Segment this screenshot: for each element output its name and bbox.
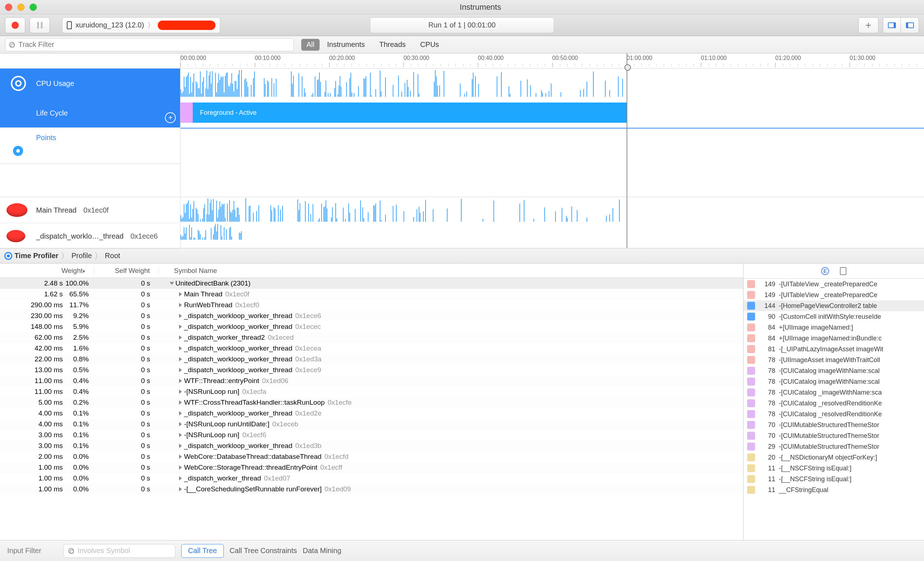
call-tree-constraints-button[interactable]: Call Tree Constraints <box>230 546 297 555</box>
disclosure-triangle-icon[interactable] <box>179 314 182 318</box>
disclosure-triangle-icon[interactable] <box>179 433 182 437</box>
call-tree-row[interactable]: 1.00 ms0.0%0 sWebCore::StorageThread::th… <box>0 462 743 473</box>
call-tree-row[interactable]: 2.00 ms0.0%0 sWebCore::DatabaseThread::d… <box>0 451 743 462</box>
call-tree-row[interactable]: 3.00 ms0.1%0 s_dispatch_workloop_worker_… <box>0 440 743 451</box>
scope-segment[interactable]: All <box>301 39 320 51</box>
track-filter-input[interactable] <box>18 40 290 49</box>
call-tree-row[interactable]: 1.00 ms0.0%0 s-[__CoreSchedulingSetRunna… <box>0 484 743 495</box>
scope-cpus[interactable]: CPUs <box>420 40 439 49</box>
call-tree-row[interactable]: 22.00 ms0.8%0 s_dispatch_workloop_worker… <box>0 354 743 364</box>
add-instrument-button[interactable]: + <box>858 17 879 33</box>
extended-detail-icon[interactable]: E <box>821 267 829 275</box>
view-mode-right[interactable] <box>901 17 919 33</box>
close-icon[interactable] <box>5 4 12 11</box>
disclosure-triangle-icon[interactable] <box>179 465 182 470</box>
disclosure-triangle-icon[interactable] <box>179 487 182 491</box>
minimize-icon[interactable] <box>17 4 24 11</box>
call-tree-row[interactable]: 3.00 ms0.1%0 s-[NSRunLoop run]0x1ecf6 <box>0 430 743 440</box>
disclosure-triangle-icon[interactable] <box>179 324 182 329</box>
heaviest-row[interactable]: 11-[__NSCFString isEqual:] <box>744 474 924 484</box>
track-cpu-usage[interactable]: CPU Usage <box>0 69 180 98</box>
disclosure-triangle-icon[interactable] <box>179 346 182 351</box>
call-tree-row[interactable]: 4.00 ms0.1%0 s_dispatch_workloop_worker_… <box>0 408 743 419</box>
call-tree-row[interactable]: 290.00 ms11.7%0 sRunWebThread0x1ecf0 <box>0 300 743 310</box>
col-weight[interactable]: Weight▾ <box>0 267 94 275</box>
call-tree-row[interactable]: 13.00 ms0.5%0 s_dispatch_workloop_worker… <box>0 364 743 375</box>
heaviest-row[interactable]: 90-[CustomCell initWithStyle:reuseIde <box>744 311 924 322</box>
pause-button[interactable] <box>30 17 50 33</box>
path-root[interactable]: Root <box>105 252 120 260</box>
col-self-weight[interactable]: Self Weight <box>94 267 159 275</box>
col-symbol[interactable]: Symbol Name <box>170 267 217 275</box>
call-tree-row[interactable]: 2.48 s100.0%0 sUnitedDirectBank (2301) <box>0 278 743 289</box>
heaviest-row[interactable]: 70-[CUIMutableStructuredThemeStor <box>744 430 924 441</box>
call-tree-row[interactable]: 1.62 s65.5%0 sMain Thread0x1ec0f <box>0 289 743 300</box>
heaviest-row[interactable]: 144-[HomePageViewController2 table <box>744 300 924 311</box>
disclosure-triangle-icon[interactable] <box>179 390 182 394</box>
disclosure-triangle-icon[interactable] <box>179 400 182 405</box>
disclosure-triangle-icon[interactable] <box>179 335 182 340</box>
scope-threads[interactable]: Threads <box>380 40 406 49</box>
call-tree-row[interactable]: 4.00 ms0.1%0 s-[NSRunLoop runUntilDate:]… <box>0 419 743 430</box>
call-tree-button[interactable]: Call Tree <box>181 544 224 558</box>
heaviest-row[interactable]: 78-[UIImageAsset imageWithTraitColl <box>744 354 924 365</box>
disclosure-triangle-icon[interactable] <box>179 357 182 362</box>
scope-instruments[interactable]: Instruments <box>327 40 364 49</box>
input-filter[interactable] <box>7 546 58 555</box>
heaviest-row[interactable]: 78-[CUICatalog _imageWithName:sca <box>744 387 924 398</box>
heaviest-row[interactable]: 84+[UIImage imageNamed:inBundle:c <box>744 333 924 344</box>
data-mining-button[interactable]: Data Mining <box>303 546 342 555</box>
record-button[interactable] <box>5 17 25 33</box>
disclosure-triangle-icon[interactable] <box>179 444 182 448</box>
call-tree-row[interactable]: 1.00 ms0.0%0 s_dispatch_worker_thread0x1… <box>0 473 743 484</box>
track-points[interactable]: Points <box>0 128 180 164</box>
add-track-icon[interactable]: + <box>165 112 176 123</box>
heaviest-row[interactable]: 149-[UITableView _createPreparedCe <box>744 279 924 290</box>
call-tree-row[interactable]: 11.00 ms0.4%0 sWTF::Thread::entryPoint0x… <box>0 375 743 386</box>
disclosure-triangle-icon[interactable] <box>179 379 182 383</box>
disclosure-triangle-icon[interactable] <box>170 282 174 285</box>
time-ruler[interactable]: 00:00.00000:10.00000:20.00000:30.00000:4… <box>180 53 924 69</box>
track-main-thread[interactable]: Main Thread 0x1ec0f <box>0 197 180 223</box>
call-tree-rows[interactable]: 2.48 s100.0%0 sUnitedDirectBank (2301)1.… <box>0 278 743 540</box>
run-status[interactable]: Run 1 of 1 | 00:01:00 <box>370 17 554 33</box>
document-icon[interactable] <box>840 267 846 275</box>
call-tree-row[interactable]: 42.00 ms1.6%0 s_dispatch_workloop_worker… <box>0 343 743 354</box>
call-tree-row[interactable]: 62.00 ms2.5%0 s_dispatch_worker_thread20… <box>0 332 743 343</box>
track-life-cycle[interactable]: Life Cycle + <box>0 98 180 128</box>
disclosure-triangle-icon[interactable] <box>179 476 182 480</box>
path-profile[interactable]: Profile <box>72 252 92 260</box>
heaviest-row[interactable]: 81-[_UIPathLazyImageAsset imageWit <box>744 344 924 354</box>
track-dispatch-thread[interactable]: _dispatch_worklo…_thread 0x1ece6 <box>0 223 180 249</box>
target-selector[interactable]: xuruidong_123 (12.0) 〉 <box>62 17 220 33</box>
involves-symbol-box[interactable]: Involves Symbol <box>63 544 176 558</box>
heaviest-row[interactable]: 20-[__NSDictionaryM objectForKey:] <box>744 452 924 463</box>
heaviest-row[interactable]: 78-[CUICatalog imageWithName:scal <box>744 376 924 387</box>
path-time-profiler[interactable]: Time Profiler <box>14 252 58 260</box>
timeline-lanes[interactable]: 00:00.00000:10.00000:20.00000:30.00000:4… <box>180 53 924 248</box>
view-mode-left[interactable] <box>883 17 901 33</box>
heaviest-row[interactable]: 11-[__NSCFString isEqual:] <box>744 463 924 474</box>
track-filter-box[interactable] <box>5 38 294 51</box>
heaviest-row[interactable]: 78-[CUICatalog _resolvedRenditionKe <box>744 398 924 409</box>
disclosure-triangle-icon[interactable] <box>179 292 182 296</box>
scope-all[interactable]: All <box>302 39 320 51</box>
disclosure-triangle-icon[interactable] <box>179 368 182 372</box>
disclosure-triangle-icon[interactable] <box>179 454 182 459</box>
call-tree-row[interactable]: 230.00 ms9.2%0 s_dispatch_workloop_worke… <box>0 310 743 321</box>
heaviest-row[interactable]: 78-[CUICatalog _resolvedRenditionKe <box>744 409 924 420</box>
call-tree-row[interactable]: 11.00 ms0.4%0 s-[NSRunLoop run]0x1ecfa <box>0 386 743 397</box>
heaviest-row[interactable]: 11__CFStringEqual <box>744 484 924 495</box>
heaviest-row[interactable]: 29-[CUIMutableStructuredThemeStor <box>744 441 924 452</box>
disclosure-triangle-icon[interactable] <box>179 303 182 307</box>
call-tree-row[interactable]: 5.00 ms0.2%0 sWTF::CrossThreadTaskHandle… <box>0 397 743 408</box>
playhead[interactable] <box>627 53 627 248</box>
heaviest-rows[interactable]: 149-[UITableView _createPreparedCe149-[U… <box>744 279 924 540</box>
heaviest-row[interactable]: 149-[UITableView _createPreparedCe <box>744 290 924 300</box>
heaviest-row[interactable]: 78-[CUICatalog imageWithName:scal <box>744 365 924 376</box>
disclosure-triangle-icon[interactable] <box>179 411 182 416</box>
heaviest-row[interactable]: 84+[UIImage imageNamed:] <box>744 322 924 333</box>
call-tree-row[interactable]: 148.00 ms5.9%0 s_dispatch_workloop_worke… <box>0 321 743 332</box>
maximize-icon[interactable] <box>30 4 37 11</box>
disclosure-triangle-icon[interactable] <box>179 422 182 426</box>
